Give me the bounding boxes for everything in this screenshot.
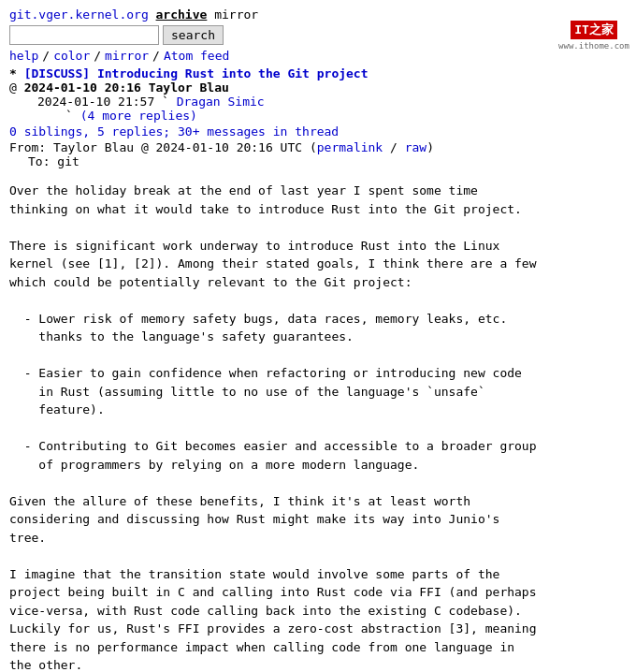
raw-link[interactable]: raw <box>405 140 426 154</box>
subject-line: * [DISCUSS] Introducing Rust into the Gi… <box>9 66 627 80</box>
to-label: To: <box>28 154 50 168</box>
search-form: search <box>9 25 554 45</box>
reply1-author-link[interactable]: Dragan Simic <box>177 95 265 109</box>
at-prefix: @ <box>9 80 24 95</box>
site-mirror-label: mirror <box>207 7 258 22</box>
search-input[interactable] <box>9 25 159 45</box>
email-date: 2024-01-10 20:16 <box>24 80 141 95</box>
sep3: / <box>152 49 160 63</box>
nav-links: help / color / mirror / Atom feed <box>9 49 554 63</box>
from-label: From: <box>9 140 46 154</box>
page-header: git.vger.kernel.org archive mirror searc… <box>0 0 636 66</box>
reply1-date: 2024-01-10 21:57 <box>37 95 154 109</box>
logo-sub: www.ithome.com <box>558 41 629 51</box>
header-left: git.vger.kernel.org archive mirror searc… <box>9 7 554 63</box>
from-date: 2024-01-10 20:16 UTC <box>156 140 303 154</box>
search-button[interactable]: search <box>163 25 224 45</box>
subject-link[interactable]: [DISCUSS] Introducing Rust into the Git … <box>24 66 369 80</box>
site-link[interactable]: git.vger.kernel.org <box>9 7 149 22</box>
date-author-line: @ 2024-01-10 20:16 Taylor Blau <box>9 80 627 95</box>
thread-summary-link[interactable]: 0 siblings, 5 replies; 30+ messages in t… <box>9 124 339 139</box>
color-link[interactable]: color <box>53 49 90 63</box>
site-archive-label: archive <box>149 7 208 22</box>
main-content: * [DISCUSS] Introducing Rust into the Gi… <box>0 66 636 672</box>
mirror-link[interactable]: mirror <box>105 49 149 63</box>
help-link[interactable]: help <box>9 49 38 63</box>
reply2-tick: ` <box>65 109 73 123</box>
atom-link[interactable]: Atom feed <box>164 49 229 63</box>
more-replies-link[interactable]: (4 more replies) <box>80 109 197 123</box>
permalink-link[interactable]: permalink <box>317 140 383 154</box>
from-line: From: Taylor Blau @ 2024-01-10 20:16 UTC… <box>9 140 627 154</box>
to-value: git <box>57 154 79 168</box>
sep1: / <box>42 49 50 63</box>
thread-summary-line: 0 siblings, 5 replies; 30+ messages in t… <box>9 124 627 139</box>
reply1-tick: ` <box>162 95 169 109</box>
sep2: / <box>94 49 101 63</box>
star-prefix: * <box>9 66 24 80</box>
reply2-line: ` (4 more replies) <box>65 109 627 123</box>
to-line: To: git <box>28 154 627 168</box>
from-author: Taylor Blau <box>53 140 134 154</box>
logo-box: IT之家 <box>571 21 617 39</box>
email-body: Over the holiday break at the end of las… <box>9 182 627 672</box>
email-author: Taylor Blau <box>149 80 229 95</box>
reply1-line: 2024-01-10 21:57 ` Dragan Simic <box>37 95 627 109</box>
logo: IT之家 www.ithome.com <box>561 12 627 59</box>
site-title: git.vger.kernel.org archive mirror <box>9 7 554 22</box>
